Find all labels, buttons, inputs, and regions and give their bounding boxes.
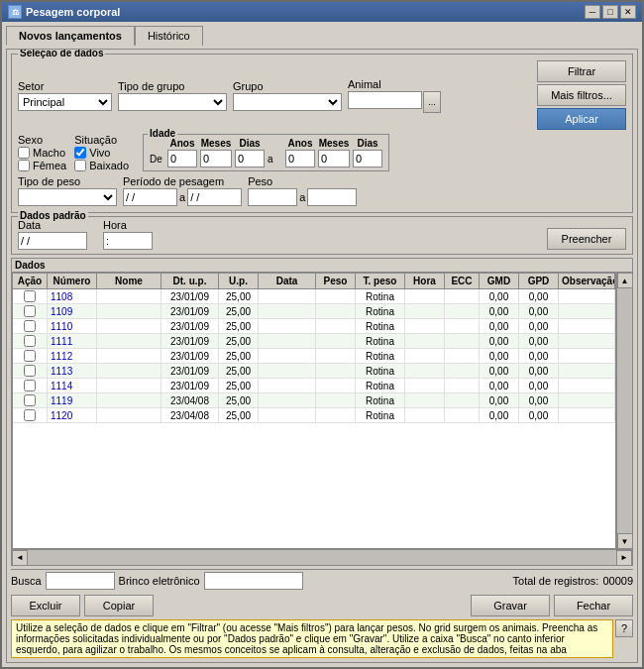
- data-padrao-input[interactable]: [18, 232, 87, 250]
- cell-peso[interactable]: [316, 289, 356, 303]
- scroll-track[interactable]: [617, 288, 632, 533]
- cell-nome: [97, 334, 161, 348]
- cell-acao[interactable]: [13, 393, 48, 407]
- brinco-input[interactable]: [204, 572, 303, 590]
- idade-header-row: Anos Meses Dias Anos Meses Dias: [150, 138, 382, 149]
- cell-data[interactable]: [259, 349, 316, 363]
- cell-data[interactable]: [259, 379, 316, 392]
- table-row[interactable]: 1113 23/01/09 25,00 Rotina 0,00 0,00: [13, 364, 615, 379]
- table-row[interactable]: 1110 23/01/09 25,00 Rotina 0,00 0,00: [13, 319, 615, 334]
- peso-de-input[interactable]: [248, 188, 297, 206]
- cell-data[interactable]: [259, 319, 316, 333]
- vertical-scrollbar[interactable]: ▲ ▼: [616, 273, 632, 549]
- animal-search-button[interactable]: ...: [423, 91, 441, 113]
- cell-data[interactable]: [259, 393, 316, 407]
- table-row[interactable]: 1112 23/01/09 25,00 Rotina 0,00 0,00: [13, 349, 615, 364]
- row-checkbox[interactable]: [24, 409, 36, 421]
- tab-novos-lancamentos[interactable]: Novos lançamentos: [6, 26, 135, 46]
- periodo-a-input[interactable]: [187, 188, 242, 206]
- cell-acao[interactable]: [13, 349, 48, 363]
- hora-padrao-input[interactable]: [103, 232, 153, 250]
- table-row[interactable]: 1119 23/04/08 25,00 Rotina 0,00 0,00: [13, 393, 615, 408]
- row-checkbox[interactable]: [24, 305, 36, 317]
- tipo-grupo-select[interactable]: [118, 93, 227, 111]
- scroll-up-button[interactable]: ▲: [617, 273, 633, 288]
- gravar-button[interactable]: Gravar: [471, 595, 550, 616]
- row-checkbox[interactable]: [24, 290, 36, 302]
- vivo-checkbox[interactable]: [74, 147, 86, 159]
- row-checkbox[interactable]: [24, 365, 36, 377]
- cell-gmd: 0,00: [480, 319, 519, 333]
- cell-peso[interactable]: [316, 304, 356, 318]
- animal-label: Animal: [348, 78, 441, 90]
- table-row[interactable]: 1108 23/01/09 25,00 Rotina 0,00 0,00: [13, 289, 615, 304]
- cell-peso[interactable]: [316, 379, 356, 392]
- row-checkbox[interactable]: [24, 350, 36, 362]
- tab-historico[interactable]: Histórico: [135, 26, 203, 46]
- close-button[interactable]: ✕: [620, 5, 636, 19]
- cell-peso[interactable]: [316, 364, 356, 378]
- a-meses-input[interactable]: [318, 150, 350, 167]
- cell-acao[interactable]: [13, 304, 48, 318]
- cell-acao[interactable]: [13, 319, 48, 333]
- grupo-select[interactable]: [233, 93, 342, 111]
- scroll-left-button[interactable]: ◄: [12, 550, 28, 566]
- fechar-button[interactable]: Fechar: [554, 595, 633, 616]
- cell-acao[interactable]: [13, 334, 48, 348]
- col-nome: Nome: [97, 274, 161, 288]
- peso-a-input[interactable]: [307, 188, 357, 206]
- baixado-checkbox[interactable]: [74, 160, 86, 171]
- maximize-button[interactable]: □: [602, 5, 618, 19]
- filtrar-button[interactable]: Filtrar: [537, 60, 626, 82]
- cell-peso[interactable]: [316, 349, 356, 363]
- a-anos-input[interactable]: [285, 150, 315, 167]
- row-checkbox[interactable]: [24, 380, 36, 391]
- cell-data[interactable]: [259, 334, 316, 348]
- a-dias-input[interactable]: [353, 150, 382, 167]
- cell-peso[interactable]: [316, 393, 356, 407]
- cell-acao[interactable]: [13, 408, 48, 422]
- row-checkbox[interactable]: [24, 320, 36, 332]
- femea-checkbox[interactable]: [18, 160, 30, 171]
- table-row[interactable]: 1111 23/01/09 25,00 Rotina 0,00 0,00: [13, 334, 615, 349]
- row-checkbox[interactable]: [24, 335, 36, 347]
- cell-dt-up: 23/04/08: [161, 408, 219, 422]
- setor-select[interactable]: Principal: [18, 93, 112, 111]
- animal-input[interactable]: [348, 91, 422, 109]
- cell-acao[interactable]: [13, 289, 48, 303]
- macho-checkbox[interactable]: [18, 147, 30, 159]
- scroll-right-button[interactable]: ►: [616, 550, 632, 566]
- periodo-de-input[interactable]: [123, 188, 177, 206]
- cell-nome: [97, 289, 161, 303]
- de-meses-input[interactable]: [200, 150, 232, 167]
- tipo-peso-select[interactable]: [18, 188, 117, 206]
- cell-peso[interactable]: [316, 408, 356, 422]
- de-dias-input[interactable]: [235, 150, 265, 167]
- preencher-button[interactable]: Preencher: [547, 228, 626, 250]
- horizontal-scrollbar[interactable]: ◄ ►: [12, 549, 632, 565]
- horz-scroll-track[interactable]: [28, 550, 616, 565]
- minimize-button[interactable]: ─: [585, 5, 600, 19]
- row-checkbox[interactable]: [24, 394, 36, 406]
- cell-acao[interactable]: [13, 379, 48, 392]
- table-row[interactable]: 1114 23/01/09 25,00 Rotina 0,00 0,00: [13, 379, 615, 393]
- table-row[interactable]: 1120 23/04/08 25,00 Rotina 0,00 0,00: [13, 408, 615, 423]
- excluir-button[interactable]: Excluir: [11, 595, 80, 616]
- cell-data[interactable]: [259, 289, 316, 303]
- cell-hora: [405, 334, 445, 348]
- copiar-button[interactable]: Copiar: [84, 595, 154, 616]
- cell-peso[interactable]: [316, 319, 356, 333]
- de-anos-input[interactable]: [167, 150, 197, 167]
- cell-data[interactable]: [259, 408, 316, 422]
- bottom-bar: Busca Brinco eletrônico Total de registr…: [11, 569, 633, 592]
- table-row[interactable]: 1109 23/01/09 25,00 Rotina 0,00 0,00: [13, 304, 615, 319]
- scroll-down-button[interactable]: ▼: [617, 533, 633, 549]
- cell-data[interactable]: [259, 364, 316, 378]
- busca-input[interactable]: [46, 572, 115, 590]
- cell-data[interactable]: [259, 304, 316, 318]
- aplicar-button[interactable]: Aplicar: [537, 108, 626, 130]
- help-button[interactable]: ?: [615, 619, 633, 637]
- mais-filtros-button[interactable]: Mais filtros...: [537, 84, 626, 106]
- cell-peso[interactable]: [316, 334, 356, 348]
- cell-acao[interactable]: [13, 364, 48, 378]
